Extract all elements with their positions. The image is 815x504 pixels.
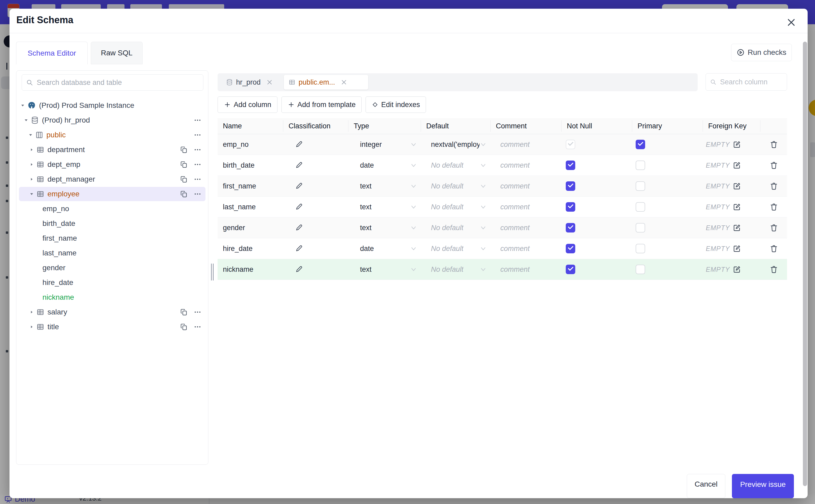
default-select[interactable]: No default: [421, 217, 491, 238]
default-select[interactable]: nextval('employ: [421, 134, 491, 155]
primary-checkbox[interactable]: [636, 244, 645, 253]
more-menu-icon[interactable]: [194, 131, 201, 139]
tree-item-table-salary[interactable]: salary: [16, 305, 208, 319]
not-null-checkbox[interactable]: [566, 181, 575, 191]
modal-scrollbar[interactable]: [803, 42, 807, 486]
preview-issue-button[interactable]: Preview issue: [732, 474, 794, 498]
caret-right-icon[interactable]: [29, 177, 34, 181]
edit-foreign-key-icon[interactable]: [733, 140, 741, 148]
delete-column-icon[interactable]: [770, 203, 778, 211]
tree-item-table-dept-emp[interactable]: dept_emp: [16, 157, 208, 172]
tree-item-column-last-name[interactable]: last_name: [16, 246, 208, 260]
cancel-button[interactable]: Cancel: [687, 474, 725, 498]
caret-down-icon[interactable]: [23, 118, 29, 123]
caret-down-icon[interactable]: [28, 133, 33, 137]
comment-input[interactable]: comment: [491, 217, 562, 238]
tree-search-input[interactable]: [36, 78, 199, 87]
edit-foreign-key-icon[interactable]: [733, 161, 741, 169]
more-menu-icon[interactable]: [194, 161, 201, 168]
edit-foreign-key-icon[interactable]: [733, 265, 741, 273]
tree-item-column-hire-date[interactable]: hire_date: [16, 275, 208, 290]
column-name[interactable]: emp_no: [218, 134, 283, 155]
panel-resize-handle[interactable]: [211, 264, 214, 280]
primary-checkbox[interactable]: [636, 265, 645, 274]
primary-checkbox[interactable]: [636, 140, 645, 149]
comment-input[interactable]: comment: [491, 155, 562, 176]
classification-edit-icon[interactable]: [295, 182, 303, 190]
not-null-checkbox[interactable]: [566, 244, 575, 253]
delete-column-icon[interactable]: [770, 244, 778, 253]
classification-edit-icon[interactable]: [295, 140, 303, 148]
column-search-box[interactable]: [706, 73, 787, 91]
delete-column-icon[interactable]: [770, 182, 778, 190]
tree-item-column-first-name[interactable]: first_name: [16, 231, 208, 246]
tree-item-schema-public[interactable]: public: [16, 128, 208, 142]
caret-down-icon[interactable]: [20, 103, 25, 108]
classification-edit-icon[interactable]: [295, 265, 303, 273]
delete-column-icon[interactable]: [770, 161, 778, 169]
tree-search-box[interactable]: [22, 74, 203, 91]
tree-item-column-birth-date[interactable]: birth_date: [16, 216, 208, 231]
primary-checkbox[interactable]: [636, 202, 645, 212]
primary-checkbox[interactable]: [636, 223, 645, 232]
column-name[interactable]: last_name: [218, 197, 283, 217]
tree-item-table-department[interactable]: department: [16, 142, 208, 157]
not-null-checkbox[interactable]: [566, 202, 575, 212]
duplicate-table-icon[interactable]: [180, 308, 187, 316]
type-select[interactable]: integer: [348, 134, 421, 155]
type-select[interactable]: date: [348, 155, 421, 176]
primary-checkbox[interactable]: [636, 181, 645, 191]
caret-right-icon[interactable]: [29, 325, 34, 329]
more-menu-icon[interactable]: [194, 146, 201, 153]
column-name[interactable]: nickname: [218, 259, 283, 280]
close-tab-icon[interactable]: [341, 79, 347, 85]
tree-item-table-title[interactable]: title: [16, 319, 208, 334]
column-search-input[interactable]: [720, 78, 783, 86]
column-name[interactable]: birth_date: [218, 155, 283, 176]
column-name[interactable]: first_name: [218, 176, 283, 196]
duplicate-table-icon[interactable]: [180, 161, 187, 168]
type-select[interactable]: date: [348, 238, 421, 259]
default-select[interactable]: No default: [421, 176, 491, 196]
more-menu-icon[interactable]: [194, 308, 201, 316]
comment-input[interactable]: comment: [491, 238, 562, 259]
delete-column-icon[interactable]: [770, 224, 778, 232]
more-menu-icon[interactable]: [194, 190, 201, 198]
tree-item-database-hr-prod[interactable]: (Prod) hr_prod: [16, 113, 208, 128]
default-select[interactable]: No default: [421, 155, 491, 176]
type-select[interactable]: text: [348, 259, 421, 280]
type-select[interactable]: text: [348, 217, 421, 238]
more-menu-icon[interactable]: [194, 176, 201, 183]
delete-column-icon[interactable]: [770, 140, 778, 149]
add-from-template-button[interactable]: Add from template: [281, 96, 362, 113]
add-column-button[interactable]: Add column: [218, 96, 277, 113]
duplicate-table-icon[interactable]: [180, 176, 187, 183]
comment-input[interactable]: comment: [491, 259, 562, 280]
caret-right-icon[interactable]: [29, 162, 34, 167]
not-null-checkbox[interactable]: [566, 265, 575, 274]
tree-item-column-nickname[interactable]: nickname: [16, 290, 208, 305]
default-select[interactable]: No default: [421, 238, 491, 259]
more-menu-icon[interactable]: [194, 323, 201, 331]
close-tab-icon[interactable]: [266, 79, 273, 85]
classification-edit-icon[interactable]: [295, 245, 303, 253]
comment-input[interactable]: comment: [491, 176, 562, 196]
delete-column-icon[interactable]: [770, 265, 778, 274]
open-tab-hr-prod[interactable]: hr_prod: [221, 75, 277, 90]
classification-edit-icon[interactable]: [295, 161, 303, 169]
comment-input[interactable]: comment: [491, 197, 562, 217]
more-menu-icon[interactable]: [194, 117, 201, 124]
caret-right-icon[interactable]: [29, 310, 34, 314]
comment-input[interactable]: comment: [491, 134, 562, 155]
tree-item-table-employee[interactable]: employee: [16, 187, 208, 201]
column-name[interactable]: gender: [218, 217, 283, 238]
tree-item-table-dept-manager[interactable]: dept_manager: [16, 172, 208, 187]
caret-down-icon[interactable]: [29, 192, 34, 196]
open-tab-public-employee[interactable]: public.em...: [284, 75, 368, 90]
edit-foreign-key-icon[interactable]: [733, 182, 741, 190]
not-null-checkbox[interactable]: [566, 223, 575, 232]
not-null-checkbox[interactable]: [566, 161, 575, 170]
default-select[interactable]: No default: [421, 197, 491, 217]
edit-foreign-key-icon[interactable]: [733, 203, 741, 211]
close-icon[interactable]: [785, 16, 798, 29]
